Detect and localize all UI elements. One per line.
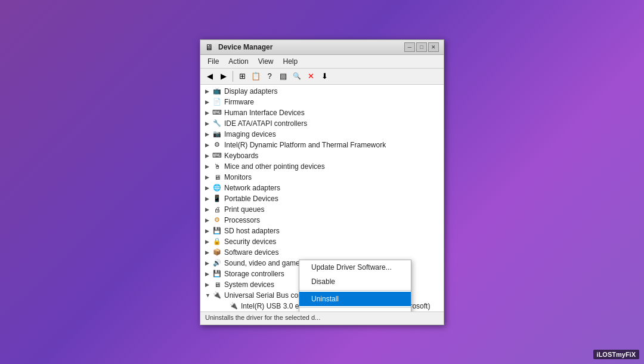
firmware-label: Firmware [224, 98, 254, 106]
tree-item-firmware[interactable]: ▶ 📄 Firmware [200, 97, 444, 107]
ctx-separator-2 [299, 307, 411, 308]
security-icon: 🔒 [212, 237, 222, 246]
display-adapters-icon: 📺 [212, 87, 222, 96]
intel-usb3-icon: 🔌 [229, 301, 239, 311]
security-label: Security devices [224, 237, 276, 246]
status-text: Uninstalls the driver for the selected d… [205, 314, 320, 321]
rollback-button[interactable]: ⬇ [318, 70, 330, 82]
tree-item-ide[interactable]: ▶ 🔧 IDE ATA/ATAPI controllers [200, 118, 444, 129]
close-button[interactable]: ✕ [428, 42, 439, 52]
firmware-icon: 📄 [212, 97, 222, 107]
portable-icon: 📱 [212, 194, 222, 203]
help-button[interactable]: ? [264, 70, 275, 82]
expand-icon: ▶ [205, 239, 212, 245]
tree-item-keyboards[interactable]: ▶ ⌨ Keyboards [200, 150, 444, 161]
uninstall-button[interactable]: ✕ [305, 70, 317, 82]
sd-host-icon: 💾 [212, 226, 222, 236]
title-bar: 🖥 Device Manager ─ □ ✕ [200, 40, 444, 55]
expand-icon: ▶ [205, 131, 212, 137]
imaging-icon: 📷 [212, 129, 222, 139]
ide-icon: 🔧 [212, 119, 222, 128]
usb-controllers-icon: 🔌 [212, 291, 222, 300]
menu-bar: File Action View Help [200, 55, 444, 69]
ctx-separator-1 [299, 290, 411, 291]
tree-item-monitors[interactable]: ▶ 🖥 Monitors [200, 172, 444, 183]
expand-icon: ▶ [205, 88, 212, 94]
software-label: Software devices [224, 248, 278, 257]
tree-item-software[interactable]: ▶ 📦 Software devices [200, 247, 444, 258]
expand-icon: ▶ [205, 249, 212, 255]
sound-icon: 🔊 [212, 258, 222, 268]
tree-item-network-adapters[interactable]: ▶ 🌐 Network adapters [200, 183, 444, 193]
expand-icon: ▶ [205, 282, 212, 288]
maximize-button[interactable]: □ [416, 42, 427, 52]
imaging-label: Imaging devices [224, 130, 276, 138]
expand-icon: ▶ [205, 271, 212, 277]
mice-icon: 🖱 [212, 162, 222, 171]
ctx-disable[interactable]: Disable [299, 274, 411, 289]
portable-label: Portable Devices [224, 195, 278, 203]
tree-item-display-adapters[interactable]: ▶ 📺 Display adapters [200, 86, 444, 97]
tree-item-portable[interactable]: ▶ 📱 Portable Devices [200, 193, 444, 204]
tree-item-mice[interactable]: ▶ 🖱 Mice and other pointing devices [200, 161, 444, 172]
expand-icon: ▶ [205, 185, 212, 191]
menu-view[interactable]: View [253, 56, 278, 67]
ide-label: IDE ATA/ATAPI controllers [224, 119, 307, 128]
system-icon: 🖥 [212, 280, 222, 289]
processors-icon: ⚙ [212, 215, 222, 225]
ctx-scan-hardware[interactable]: Scan for hardware changes [299, 309, 411, 311]
software-icon: 📦 [212, 248, 222, 257]
expand-icon: ▶ [205, 217, 212, 223]
expand-icon: ▶ [205, 260, 212, 266]
tree-item-security[interactable]: ▶ 🔒 Security devices [200, 236, 444, 247]
expand-icon: ▼ [205, 292, 212, 298]
hid-icon: ⌨ [212, 108, 222, 118]
update-driver-button[interactable]: 📋 [250, 70, 262, 82]
tree-item-intel-thermal[interactable]: ▶ ⚙ Intel(R) Dynamic Platform and Therma… [200, 140, 444, 150]
expand-icon: ▶ [205, 206, 212, 212]
ctx-uninstall[interactable]: Uninstall [299, 292, 411, 306]
expand-icon: ▶ [205, 110, 212, 116]
tree-item-sd-host[interactable]: ▶ 💾 SD host adapters [200, 226, 444, 236]
storage-label: Storage controllers [224, 270, 284, 278]
intel-thermal-icon: ⚙ [212, 140, 222, 150]
toolbar-separator-1 [233, 71, 233, 82]
tree-item-hid[interactable]: ▶ ⌨ Human Interface Devices [200, 107, 444, 118]
expand-icon: ▶ [205, 164, 212, 169]
network-adapters-icon: 🌐 [212, 183, 222, 193]
monitors-icon: 🖥 [212, 172, 222, 182]
sd-host-label: SD host adapters [224, 227, 280, 235]
mice-label: Mice and other pointing devices [224, 162, 325, 171]
expand-icon: ▶ [205, 196, 212, 202]
view-button[interactable]: ▤ [277, 70, 289, 82]
window-icon: 🖥 [205, 42, 215, 52]
forward-button[interactable]: ▶ [218, 70, 230, 82]
keyboards-label: Keyboards [224, 152, 258, 160]
tree-item-print[interactable]: ▶ 🖨 Print queues [200, 204, 444, 215]
network-adapters-label: Network adapters [224, 184, 280, 192]
expand-icon: ▶ [205, 228, 212, 234]
minimize-button[interactable]: ─ [404, 42, 415, 52]
keyboards-icon: ⌨ [212, 151, 222, 161]
toolbar: ◀ ▶ ⊞ 📋 ? ▤ 🔍 ✕ ⬇ [200, 69, 444, 85]
expand-icon: ▶ [205, 121, 212, 127]
expand-icon: ▶ [205, 142, 212, 148]
window-controls: ─ □ ✕ [404, 42, 439, 52]
monitors-label: Monitors [224, 173, 252, 181]
watermark: iLOSTmyFiX [593, 350, 639, 359]
display-adapters-label: Display adapters [224, 87, 277, 95]
tree-item-imaging[interactable]: ▶ 📷 Imaging devices [200, 129, 444, 140]
menu-help[interactable]: Help [278, 56, 303, 67]
menu-file[interactable]: File [203, 56, 224, 67]
system-label: System devices [224, 280, 274, 289]
processors-label: Processors [224, 216, 260, 224]
scan-button[interactable]: 🔍 [291, 70, 303, 82]
ctx-update-driver[interactable]: Update Driver Software... [299, 260, 411, 274]
expand-icon: ▶ [205, 174, 212, 180]
intel-thermal-label: Intel(R) Dynamic Platform and Thermal Fr… [224, 141, 386, 149]
tree-item-processors[interactable]: ▶ ⚙ Processors [200, 215, 444, 226]
expand-icon: ▶ [205, 153, 212, 159]
properties-button[interactable]: ⊞ [236, 70, 248, 82]
back-button[interactable]: ◀ [204, 70, 216, 82]
menu-action[interactable]: Action [224, 56, 253, 67]
